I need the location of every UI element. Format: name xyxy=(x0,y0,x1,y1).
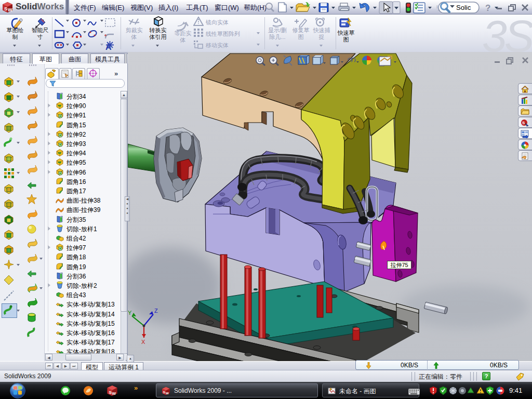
svg-text:W: W xyxy=(8,7,12,12)
svg-text:S: S xyxy=(163,390,165,394)
svg-text:W: W xyxy=(112,391,116,396)
svg-text:X: X xyxy=(141,339,145,345)
svg-text:Y: Y xyxy=(128,310,132,316)
svg-text:Solic: Solic xyxy=(456,4,471,11)
svg-text:Z: Z xyxy=(154,308,158,314)
svg-text:S: S xyxy=(4,6,7,11)
svg-text:W: W xyxy=(166,391,169,395)
